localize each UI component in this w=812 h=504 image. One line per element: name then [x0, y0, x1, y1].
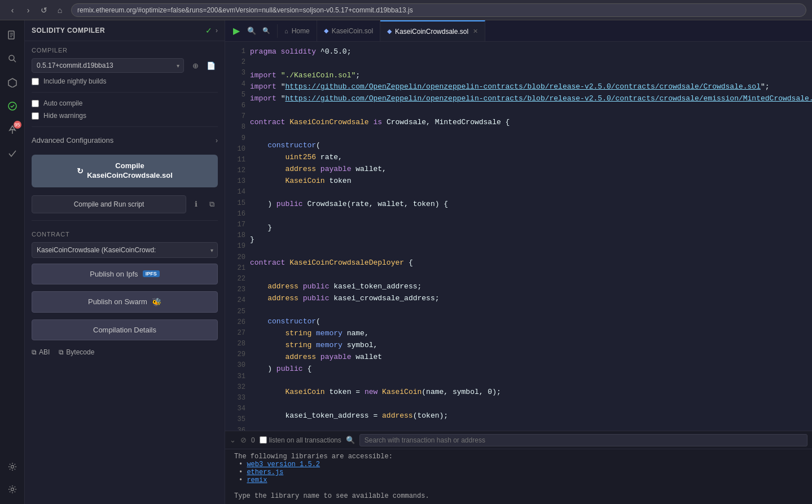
- bytecode-copy-icon: ⧉: [59, 348, 64, 356]
- forward-button[interactable]: ›: [21, 3, 35, 17]
- reload-button[interactable]: ↺: [37, 3, 51, 17]
- bottom-toolbar: ⌄ ⊘ 0 listen on all transactions 🔍: [225, 431, 812, 449]
- nightly-builds-checkbox[interactable]: [32, 78, 39, 85]
- divider-1: [32, 92, 218, 93]
- svg-point-10: [11, 488, 14, 491]
- compiler-panel: SOLIDITY COMPILER ✓ › COMPILER 0.5.17+co…: [25, 20, 225, 504]
- sidebar-files-btn[interactable]: [2, 25, 23, 45]
- listen-label: listen on all transactions: [269, 436, 341, 444]
- svg-point-4: [9, 55, 14, 60]
- info-icon[interactable]: ℹ: [190, 198, 202, 211]
- hide-warnings-label: Hide warnings: [43, 112, 86, 120]
- settings-icon-btn[interactable]: [2, 457, 23, 477]
- auto-compile-row: Auto compile: [25, 97, 225, 109]
- listen-checkbox[interactable]: [260, 436, 267, 444]
- back-button[interactable]: ‹: [6, 3, 19, 17]
- hide-warnings-checkbox[interactable]: [32, 112, 39, 120]
- address-bar[interactable]: remix.ethereum.org/#optimize=false&runs=…: [71, 3, 806, 17]
- log-line-5: [234, 484, 803, 492]
- run-icon[interactable]: ▶: [230, 24, 243, 38]
- web3-link[interactable]: web3 version 1.5.2: [247, 461, 320, 468]
- nightly-builds-row: Include nightly builds: [25, 75, 225, 87]
- expand-icon[interactable]: ›: [216, 27, 218, 34]
- advanced-chevron-icon: ›: [216, 137, 218, 144]
- tab-search-icon[interactable]: 🔍: [245, 25, 258, 37]
- contract-select[interactable]: KaseiCoinCrowdsale (KaseiCoinCrowd:: [32, 242, 218, 258]
- tab-kaseicoin[interactable]: ◆ KaseiCoin.sol: [317, 20, 380, 41]
- kaseicrowdsale-tab-icon: ◆: [387, 28, 392, 35]
- refresh-icon: ↻: [77, 166, 84, 176]
- sidebar-bottom: [2, 457, 23, 504]
- remix-link[interactable]: remix: [247, 476, 267, 484]
- bytecode-button[interactable]: ⧉ Bytecode: [59, 348, 94, 356]
- tab-bar: ▶ 🔍 🔍 ⌂ Home ◆ KaseiCoin.sol ◆ KaseiCoin…: [225, 20, 812, 42]
- auto-compile-checkbox[interactable]: [32, 100, 39, 107]
- divider-3: [32, 220, 218, 221]
- url-text: remix.ethereum.org/#optimize=false&runs=…: [77, 6, 413, 14]
- log-line-2: • web3 version 1.5.2: [239, 461, 803, 468]
- sidebar-verify-btn[interactable]: [2, 143, 23, 164]
- home-button[interactable]: ⌂: [53, 3, 67, 17]
- browser-bar: ‹ › ↺ ⌂ remix.ethereum.org/#optimize=fal…: [0, 0, 812, 20]
- compiler-file-icons: ⊕ 📄: [188, 59, 218, 72]
- compilation-details-button[interactable]: Compilation Details: [32, 319, 218, 340]
- tx-count: 0: [251, 436, 255, 444]
- advanced-configs-label: Advanced Configurations: [32, 136, 216, 144]
- nav-buttons: ‹ › ↺ ⌂: [6, 3, 67, 17]
- tab-close-icon[interactable]: ✕: [473, 28, 478, 35]
- compiler-section-label: COMPILER: [25, 41, 225, 56]
- compile-btn-label: CompileKaseiCoinCrowdsale.sol: [87, 161, 173, 181]
- kaseicoin-tab-icon: ◆: [324, 27, 328, 34]
- editor-area: 12345 678910 1112131415 1617181920 21222…: [225, 42, 812, 431]
- publish-swarm-button[interactable]: Publish on Swarm 🐝: [32, 291, 218, 313]
- log-line-1: The following libraries are accessible:: [234, 453, 803, 461]
- svg-point-9: [11, 466, 14, 468]
- new-file-icon[interactable]: ⊕: [188, 59, 202, 72]
- abi-bytecode-row: ⧉ ABI ⧉ Bytecode: [25, 344, 225, 361]
- bottom-content: The following libraries are accessible: …: [225, 449, 812, 504]
- tab-kaseicrowdsale-label: KaseiCoinCrowdsale.sol: [395, 28, 468, 36]
- listen-checkbox-row: listen on all transactions: [260, 436, 341, 444]
- icon-sidebar: 95: [0, 20, 25, 504]
- compiler-select-wrap: 0.5.17+commit.d19bba13 0.5.16+commit.9c3…: [32, 58, 184, 73]
- search-transactions-icon[interactable]: 🔍: [346, 436, 355, 444]
- collapse-icon[interactable]: ⌄: [230, 436, 236, 444]
- sidebar-compiler-btn[interactable]: [2, 96, 23, 116]
- compile-run-button[interactable]: Compile and Run script: [32, 195, 186, 213]
- bytecode-label: Bytecode: [66, 348, 94, 356]
- panel-title: SOLIDITY COMPILER: [32, 27, 201, 34]
- ethers-link[interactable]: ethers.js: [247, 468, 283, 476]
- abi-button[interactable]: ⧉ ABI: [32, 348, 50, 356]
- compiler-version-row: 0.5.17+commit.d19bba13 0.5.16+commit.9c3…: [25, 56, 225, 75]
- copy-icon[interactable]: ⧉: [205, 198, 218, 211]
- abi-label: ABI: [39, 348, 50, 356]
- contract-section-label: CONTRACT: [25, 225, 225, 240]
- tx-search-input[interactable]: [359, 434, 807, 446]
- advanced-configs-row[interactable]: Advanced Configurations ›: [25, 132, 225, 149]
- compile-run-row: Compile and Run script ℹ ⧉: [25, 193, 225, 216]
- compiler-version-select[interactable]: 0.5.17+commit.d19bba13 0.5.16+commit.9c3…: [32, 58, 184, 73]
- sidebar-search-btn[interactable]: [2, 49, 23, 69]
- publish-ipfs-label: Publish on Ipfs: [90, 270, 138, 278]
- clear-icon[interactable]: ⊘: [240, 436, 247, 444]
- code-editor[interactable]: pragma solidity ^0.5.0; import "./KaseiC…: [250, 42, 812, 431]
- svg-line-5: [14, 60, 16, 62]
- upload-file-icon[interactable]: 📄: [204, 59, 218, 72]
- swarm-icon: 🐝: [152, 297, 161, 306]
- publish-ipfs-button[interactable]: Publish on Ipfs IPFS: [32, 264, 218, 284]
- tab-kaseicrowdsale[interactable]: ◆ KaseiCoinCrowdsale.sol ✕: [380, 20, 485, 41]
- main-area: ▶ 🔍 🔍 ⌂ Home ◆ KaseiCoin.sol ◆ KaseiCoin…: [225, 20, 812, 504]
- plugin2-icon-btn[interactable]: [2, 479, 23, 499]
- tab-home-label: Home: [292, 27, 310, 35]
- tab-search2-icon[interactable]: 🔍: [260, 25, 273, 37]
- check-icon: ✓: [205, 26, 212, 35]
- hide-warnings-row: Hide warnings: [25, 109, 225, 122]
- tab-home[interactable]: ⌂ Home: [278, 20, 317, 41]
- tab-bar-actions: ▶ 🔍 🔍: [225, 24, 278, 38]
- sidebar-plugin-btn[interactable]: [2, 72, 23, 93]
- publish-swarm-label: Publish on Swarm: [88, 297, 147, 306]
- compile-button[interactable]: ↻ CompileKaseiCoinCrowdsale.sol: [32, 155, 218, 187]
- sidebar-deploy-btn[interactable]: 95: [2, 120, 23, 140]
- ipfs-badge: IPFS: [143, 270, 160, 277]
- tabs: ⌂ Home ◆ KaseiCoin.sol ◆ KaseiCoinCrowds…: [278, 20, 485, 41]
